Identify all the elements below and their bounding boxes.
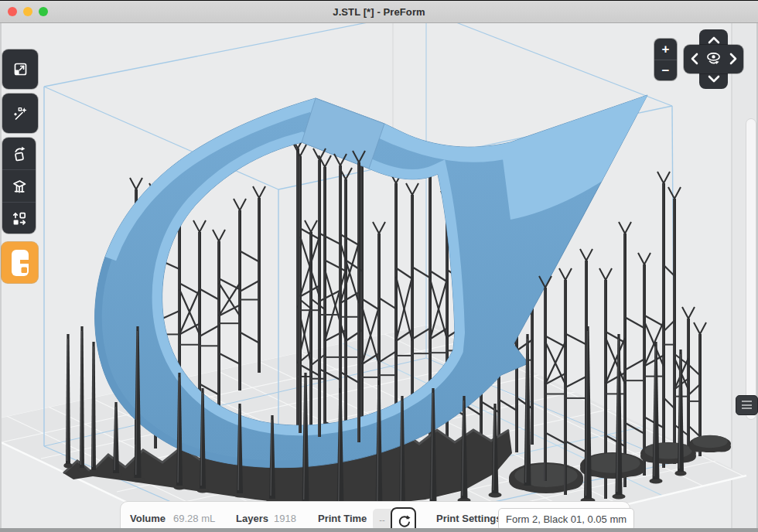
chevron-up-icon — [707, 36, 721, 45]
print-settings-selector[interactable]: Form 2, Black 01, 0.05 mm — [498, 508, 634, 530]
magic-wand-icon — [11, 104, 29, 123]
layer-slider-track[interactable] — [746, 118, 756, 420]
print-button[interactable] — [2, 242, 38, 283]
layers-label: Layers — [236, 513, 268, 524]
layout-icon — [10, 210, 29, 228]
rotate-cube-icon — [10, 145, 29, 163]
size-tool-button[interactable] — [2, 49, 38, 89]
volume-label: Volume — [130, 513, 166, 524]
window-bottom-edge — [0, 528, 758, 532]
chevron-left-icon — [690, 52, 699, 66]
orientation-tool-button[interactable] — [2, 138, 36, 169]
zoom-out-button[interactable]: − — [654, 60, 677, 81]
zoom-in-button[interactable]: + — [654, 39, 677, 60]
layout-tool-button[interactable] — [2, 202, 36, 234]
chevron-down-icon — [707, 74, 721, 84]
minimize-button[interactable] — [23, 7, 32, 16]
pan-right-button[interactable] — [726, 53, 741, 65]
print-time-label: Print Time — [318, 513, 367, 524]
status-bar: Volume 69.28 mL Layers 1918 Print Time -… — [120, 501, 630, 532]
scale-icon — [11, 60, 29, 79]
layers-value: 1918 — [274, 513, 296, 524]
pan-down-button[interactable] — [706, 73, 722, 85]
supports-icon — [10, 177, 29, 196]
titlebar: J.STL [*] - PreForm — [0, 0, 758, 23]
one-click-print-tool-button[interactable] — [2, 94, 38, 133]
chevron-right-icon — [729, 52, 738, 66]
volume-value: 69.28 mL — [173, 513, 215, 524]
grip-lines-icon — [742, 401, 752, 410]
traffic-lights — [8, 1, 48, 22]
zoom-button[interactable] — [39, 7, 48, 16]
eye-orbit-icon — [704, 49, 723, 69]
tool-group — [2, 138, 36, 234]
print-cartridge-icon — [11, 249, 29, 277]
zoom-control: + − — [654, 39, 677, 80]
print-time-value: -- — [373, 509, 391, 530]
pan-up-button[interactable] — [706, 34, 722, 46]
preform-window: J.STL [*] - PreForm — [0, 0, 758, 532]
supports-tool-button[interactable] — [2, 169, 36, 202]
refresh-icon — [397, 514, 411, 528]
close-button[interactable] — [8, 7, 17, 16]
pan-left-button[interactable] — [687, 53, 702, 65]
view-reset-button[interactable] — [704, 49, 723, 69]
window-title: J.STL [*] - PreForm — [0, 6, 758, 18]
viewport-3d-scene[interactable] — [0, 0, 758, 532]
print-settings-label: Print Settings — [436, 513, 502, 524]
layer-slider-thumb[interactable] — [736, 395, 758, 415]
